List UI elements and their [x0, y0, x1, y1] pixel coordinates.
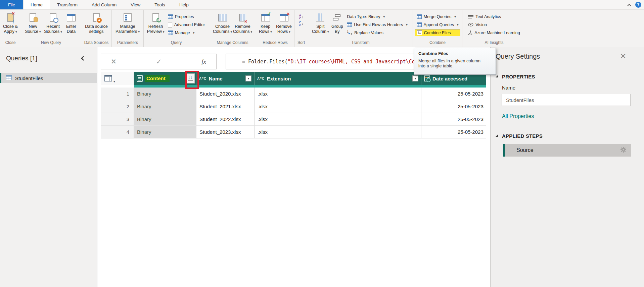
choose-columns-button[interactable]: Choose Columns▾	[213, 11, 232, 40]
enter-data-icon	[67, 11, 76, 23]
row-number: 2	[101, 100, 134, 113]
cell-name[interactable]: Student_2021.xlsx	[196, 100, 255, 113]
remove-columns-button[interactable]: × Remove Columns▾	[233, 11, 252, 40]
cell-content[interactable]: Binary	[134, 126, 196, 138]
table-row[interactable]: 4 Binary Student_2023.xlsx .xlsx 25-05-2…	[101, 126, 486, 138]
data-source-settings-button[interactable]: Data source settings	[83, 11, 110, 40]
collapse-panel-icon[interactable]	[81, 56, 86, 61]
cell-date-accessed[interactable]: 25-05-2023	[421, 100, 486, 113]
refresh-preview-button[interactable]: Refresh Preview▾	[146, 11, 166, 40]
text-type-icon: ABC	[199, 76, 206, 80]
vision-button[interactable]: Vision	[466, 21, 522, 28]
tab-add-column[interactable]: Add Column	[85, 0, 124, 9]
cell-extension[interactable]: .xlsx	[255, 113, 421, 126]
group-by-icon	[333, 11, 341, 23]
cell-name[interactable]: Student_2020.xlsx	[196, 88, 255, 100]
formula-code-prefix: = Folder.Files(	[242, 59, 287, 65]
azure-machine-learning-button[interactable]: Azure Machine Learning	[466, 30, 522, 36]
cell-extension[interactable]: .xlsx	[255, 100, 421, 113]
query-list-item-studentfiles[interactable]: StudentFiles	[0, 73, 97, 83]
row-number: 3	[101, 113, 134, 126]
all-properties-link[interactable]: All Properties	[502, 113, 534, 119]
tab-file[interactable]: File	[0, 0, 23, 9]
manage-parameters-button[interactable]: Manage Parameters▾	[113, 11, 142, 40]
dropdown-caret-icon: ▾	[138, 30, 140, 34]
tab-help[interactable]: Help	[172, 0, 196, 9]
tab-tools[interactable]: Tools	[147, 0, 172, 9]
applied-step-source[interactable]: Source	[503, 144, 631, 157]
append-queries-button[interactable]: Append Queries▾	[415, 21, 460, 28]
sort-ascending-button[interactable]: AZ ↓	[299, 14, 304, 19]
cell-date-accessed[interactable]: 25-05-2023	[421, 126, 486, 138]
column-header-extension[interactable]: ABC Extension ▾	[255, 72, 421, 85]
filter-dropdown-icon[interactable]: ▾	[412, 75, 418, 81]
group-label-ai-insights: AI Insights	[462, 40, 526, 47]
combine-files-button[interactable]: ↓↓ Combine Files	[415, 30, 460, 36]
dropdown-caret-icon: ▾	[270, 30, 272, 34]
dropdown-caret-icon: ▾	[454, 15, 456, 18]
text-analytics-button[interactable]: Text Analytics	[466, 13, 522, 20]
formula-cancel-icon[interactable]: ×	[111, 57, 116, 66]
tab-home[interactable]: Home	[23, 0, 50, 9]
sort-descending-button[interactable]: ZA ↓	[299, 21, 304, 26]
table-row[interactable]: 3 Binary Student_2022.xlsx .xlsx 25-05-2…	[101, 113, 486, 126]
help-icon[interactable]: ?	[635, 2, 641, 8]
tab-transform[interactable]: Transform	[50, 0, 85, 9]
cell-name[interactable]: Student_2023.xlsx	[196, 126, 255, 138]
remove-rows-button[interactable]: × Remove Rows▾	[275, 11, 293, 40]
cell-date-accessed[interactable]: 25-05-2023	[421, 113, 486, 126]
column-header-name[interactable]: ABC Name ▾	[196, 72, 255, 85]
grid-corner-menu[interactable]: ▾	[101, 72, 134, 85]
manage-button[interactable]: Manage▾	[166, 30, 207, 36]
keep-rows-button[interactable]: ✓ Keep Rows▾	[257, 11, 274, 40]
query-name-input[interactable]: StudentFiles	[502, 94, 631, 106]
tooltip-title: Combine Files	[418, 51, 492, 56]
table-row[interactable]: 1 Binary Student_2020.xlsx .xlsx 25-05-2…	[101, 88, 486, 100]
dropdown-caret-icon: ▾	[39, 30, 41, 34]
group-label-data-sources: Data Sources	[81, 40, 111, 47]
cell-content[interactable]: Binary	[134, 100, 196, 113]
group-label-reduce-rows: Reduce Rows	[256, 40, 294, 47]
collapse-triangle-icon[interactable]	[496, 75, 498, 77]
table-row[interactable]: 2 Binary Student_2021.xlsx .xlsx 25-05-2…	[101, 100, 486, 113]
dropdown-caret-icon: ▾	[406, 23, 408, 26]
gear-icon[interactable]	[620, 147, 626, 154]
dropdown-caret-icon: ▾	[457, 23, 459, 26]
applied-steps-section-header[interactable]: APPLIED STEPS	[502, 133, 543, 139]
formula-code-string: "D:\IT courses\HTML, CSS and Javascript\…	[287, 59, 415, 65]
query-settings-title: Query Settings	[496, 53, 540, 60]
cell-extension[interactable]: .xlsx	[255, 126, 421, 138]
replace-values-button[interactable]: 12 Replace Values	[345, 30, 409, 36]
table-menu-caret-icon: ▾	[113, 80, 115, 83]
cell-name[interactable]: Student_2022.xlsx	[196, 113, 255, 126]
advanced-editor-button[interactable]: Advanced Editor	[166, 21, 207, 28]
split-column-button[interactable]: Split Column▾	[312, 11, 329, 40]
enter-data-button[interactable]: Enter Data	[63, 11, 79, 40]
tab-view[interactable]: View	[124, 0, 147, 9]
collapse-triangle-icon[interactable]	[496, 134, 498, 137]
formula-fx-icon[interactable]: fx	[201, 58, 206, 65]
selected-accent-bar	[503, 144, 505, 157]
data-source-settings-icon	[93, 11, 100, 23]
use-first-row-as-headers-button[interactable]: Use First Row as Headers▾	[345, 21, 409, 28]
new-source-button[interactable]: New Source▾	[23, 11, 43, 40]
recent-sources-button[interactable]: Recent Sources▾	[43, 11, 63, 40]
cell-content[interactable]: Binary	[134, 88, 196, 100]
cell-extension[interactable]: .xlsx	[255, 88, 421, 100]
column-quality-strip	[101, 85, 486, 88]
properties-section-header[interactable]: PROPERTIES	[502, 74, 535, 79]
text-type-icon: ABC	[257, 76, 265, 80]
properties-button[interactable]: Properties	[166, 13, 207, 20]
collapse-ribbon-icon[interactable]	[627, 4, 631, 7]
merge-queries-button[interactable]: Merge Queries▾	[415, 13, 460, 20]
close-icon[interactable]: ×	[620, 51, 626, 61]
group-by-button[interactable]: Group By	[330, 11, 344, 40]
cell-content[interactable]: Binary	[134, 113, 196, 126]
close-apply-button[interactable]: ×↑ Close & Apply▾	[1, 11, 20, 40]
binary-column-icon	[137, 75, 143, 82]
data-type-button[interactable]: Data Type: Binary▾	[345, 13, 409, 20]
formula-commit-icon[interactable]: ✓	[156, 58, 162, 65]
cell-date-accessed[interactable]: 25-05-2023	[421, 88, 486, 100]
filter-dropdown-icon[interactable]: ▾	[245, 75, 251, 81]
row-number: 4	[101, 126, 134, 138]
